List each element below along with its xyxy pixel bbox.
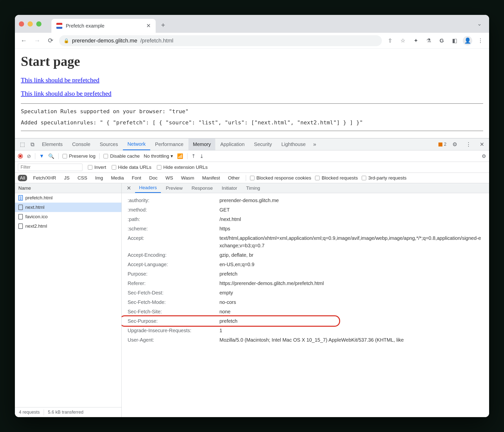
back-button[interactable]: ← [19,36,29,46]
preserve-log-checkbox[interactable]: Preserve log [63,153,96,159]
favicon-icon [56,23,62,29]
panel-tab-lighthouse[interactable]: Lighthouse [277,139,310,150]
type-chip-manifest[interactable]: Manifest [200,175,222,181]
record-button[interactable] [18,154,23,159]
export-har-icon[interactable]: ⤓ [200,153,204,159]
page-heading: Start page [21,54,483,69]
labs-icon[interactable]: ⚗ [424,36,433,45]
browser-tab[interactable]: Prefetch example ✕ [51,19,156,33]
detail-tabs: ✕ HeadersPreviewResponseInitiatorTiming [122,183,489,193]
panel-tab-performance[interactable]: Performance [151,139,188,150]
type-chip-ws[interactable]: WS [164,175,175,181]
forward-button[interactable]: → [32,36,42,46]
type-chip-js[interactable]: JS [62,175,72,181]
hide-data-urls-checkbox[interactable]: Hide data URLs [112,165,151,170]
type-chip-img[interactable]: Img [93,175,105,181]
request-detail: ✕ HeadersPreviewResponseInitiatorTiming … [122,183,489,417]
detail-tab-headers[interactable]: Headers [135,183,161,193]
warnings-badge[interactable]: 2 [438,142,446,147]
panel-tab-application[interactable]: Application [216,139,249,150]
maximize-window-button[interactable] [36,21,41,27]
share-icon[interactable]: ⇧ [385,36,395,45]
header-name: :method: [128,206,219,214]
network-conditions-icon[interactable]: 📶 [177,153,183,159]
headers-pane[interactable]: :authority:prerender-demos.glitch.me:met… [122,193,489,417]
google-icon[interactable]: G [437,36,446,45]
panel-tab-security[interactable]: Security [250,139,276,150]
header-row: :authority:prerender-demos.glitch.me [122,196,489,205]
file-icon [18,195,23,201]
profile-avatar[interactable]: 👤 [463,36,472,45]
more-tabs-icon[interactable]: » [311,139,319,150]
type-chip-fetch-xhr[interactable]: Fetch/XHR [31,175,58,181]
type-chip-wasm[interactable]: Wasm [179,175,196,181]
header-row: Purpose:prefetch [122,269,489,279]
panel-tab-elements[interactable]: Elements [37,139,67,150]
panel-tab-console[interactable]: Console [68,139,95,150]
type-chip-css[interactable]: CSS [75,175,89,181]
reload-button[interactable]: ⟳ [46,36,56,46]
network-toolbar: ⊘ ▼ 🔍 Preserve log Disable cache No thro… [15,150,489,162]
tabs-menu-button[interactable]: ⌄ [474,19,485,29]
close-window-button[interactable] [19,21,24,27]
request-row[interactable]: next2.html [15,221,121,231]
close-tab-button[interactable]: ✕ [146,23,151,29]
type-chip-other[interactable]: Other [226,175,242,181]
type-chip-media[interactable]: Media [109,175,126,181]
divider [21,131,483,131]
request-name: prefetch.html [25,195,53,201]
throttling-select[interactable]: No throttling ▾ [144,153,173,159]
search-icon[interactable]: 🔍 [48,153,54,159]
detail-tab-preview[interactable]: Preview [162,183,187,193]
extensions-icon[interactable]: ✦ [411,36,421,45]
kebab-menu-icon[interactable]: ⋮ [476,36,485,45]
minimize-window-button[interactable] [28,21,33,27]
header-value: en-US,en;q=0.9 [219,261,254,268]
inspect-icon[interactable]: ⬚ [17,139,28,150]
filter-toggle-icon[interactable]: ▼ [39,153,44,159]
prefetch-link-1[interactable]: This link should be prefetched [21,76,483,84]
blocked-requests-checkbox[interactable]: Blocked requests [315,175,358,181]
header-row: :scheme:https [122,224,489,233]
prefetch-link-2[interactable]: This link should also be prefetched [21,90,483,97]
close-detail-button[interactable]: ✕ [124,183,134,193]
filter-input[interactable] [18,164,82,171]
panel-tab-network[interactable]: Network [123,139,150,150]
detail-tab-response[interactable]: Response [187,183,217,193]
header-row: :method:GET [122,205,489,215]
import-har-icon[interactable]: ⤒ [191,153,196,159]
filter-row: Invert Hide data URLs Hide extension URL… [15,162,489,173]
address-bar[interactable]: 🔒 prerender-demos.glitch.me/prefetch.htm… [59,35,382,46]
header-value: prerender-demos.glitch.me [219,197,279,204]
type-chip-all[interactable]: All [18,175,27,181]
network-settings-icon[interactable]: ⚙ [482,153,486,159]
header-row: :path:/next.html [122,215,489,224]
device-toolbar-icon[interactable]: ⧉ [28,139,37,150]
transfer-size: 5.6 kB transferred [44,410,87,415]
new-tab-button[interactable]: + [158,20,168,30]
detail-tab-initiator[interactable]: Initiator [218,183,241,193]
third-party-checkbox[interactable]: 3rd-party requests [362,175,406,181]
blocked-cookies-checkbox[interactable]: Blocked response cookies [250,175,311,181]
header-name: Sec-Purpose: [128,317,219,325]
bookmark-icon[interactable]: ☆ [398,36,408,45]
clear-button[interactable]: ⊘ [27,153,31,159]
close-devtools-icon[interactable]: ✕ [477,141,487,148]
request-row[interactable]: favicon.ico [15,212,121,221]
request-row[interactable]: next.html [15,203,121,212]
settings-icon[interactable]: ⚙ [450,141,460,148]
resource-types-row: AllFetch/XHRJSCSSImgMediaFontDocWSWasmMa… [15,173,489,183]
header-name: User-Agent: [128,336,219,344]
disable-cache-checkbox[interactable]: Disable cache [104,153,140,159]
type-chip-font[interactable]: Font [130,175,143,181]
header-value: empty [219,289,233,296]
invert-checkbox[interactable]: Invert [88,165,106,170]
request-row[interactable]: prefetch.html [15,193,121,203]
type-chip-doc[interactable]: Doc [147,175,160,181]
detail-tab-timing[interactable]: Timing [242,183,264,193]
side-panel-icon[interactable]: ◧ [450,36,459,45]
panel-tab-sources[interactable]: Sources [95,139,122,150]
panel-tab-memory[interactable]: Memory [188,139,215,150]
hide-extension-urls-checkbox[interactable]: Hide extension URLs [157,165,208,170]
devtools-menu-icon[interactable]: ⋮ [463,141,474,148]
